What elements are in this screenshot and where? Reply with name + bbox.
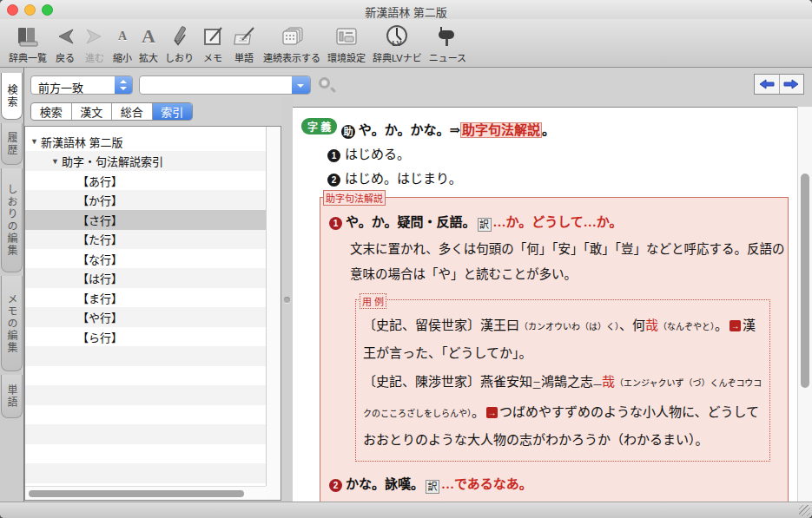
example-source: 〔史記、留侯世家〕漢王曰 [363,318,519,332]
index-list: ▼ 新漢語林 第二版 ▼ 助字・句法解説索引 【あ行】 【か行】 【さ行】 【た… [24,126,281,501]
toolbar-forward-button[interactable]: 進む [82,23,108,64]
sense-number-icon: 2 [327,174,340,187]
sense-item: 2はじめ。はじまり。 [327,168,462,187]
left-arrow-icon [759,79,775,89]
example-source: 〔史記、陳渉世家〕燕雀安知 [363,375,532,389]
tab-sogo[interactable]: 総合 [111,103,152,120]
toolbar-back-button[interactable]: 戻る [52,23,78,64]
toolbar-label: 戻る [56,50,75,64]
translation-arrow-icon: → [729,320,741,331]
toolbar-enlarge-button[interactable]: A 拡大 [137,23,160,64]
tree-row[interactable]: 【か行】 [25,191,266,211]
search-icon[interactable] [318,76,336,95]
example-red-char: 哉 [602,375,615,389]
toolbar: 辞典一覧 戻る 進む A 縮小 A 拡大 しおり [0,19,812,68]
kaeriten-mark: 二 [532,381,541,390]
news-mailbox-icon [435,23,459,50]
tree-row-label: 【や行】 [77,309,122,325]
toolbar-memo-button[interactable]: メモ [199,23,227,64]
toolbar-label: 拡大 [139,50,158,64]
toolbar-word-button[interactable]: 単語 [230,23,258,64]
scrollbar-thumb[interactable] [29,490,244,497]
list-horizontal-scrollbar[interactable] [25,486,266,500]
tree-row-label: 【は行】 [77,270,122,286]
popup-stepper-icon [115,76,132,94]
example-text: 。 [472,405,485,419]
tree-row[interactable]: ▼ 新漢語林 第二版 [25,132,266,152]
example-text: 。 [715,318,728,332]
disclosure-triangle-icon[interactable]: ▼ [51,157,59,166]
content-vertical-scrollbar[interactable] [797,107,812,502]
example-reading: （カンオウいわ（は）く） [519,322,619,331]
kaisetsu-box-label: 助字句法解説 [323,190,386,206]
toolbar-shrink-button[interactable]: A 縮小 [111,23,134,64]
side-tab-search[interactable]: 検索 [1,73,23,120]
tree-row[interactable]: 【ら行】 [25,327,266,347]
side-tab-label: 単語 [4,384,19,409]
tree-row-label: 【た行】 [77,231,122,247]
tree-row-label: 新漢語林 第二版 [41,134,123,150]
side-tab-label: メモの編集 [4,293,19,354]
tree-row-selected[interactable]: 【さ行】 [25,210,266,230]
toolbar-news-button[interactable]: ニュース [427,23,468,64]
toolbar-label: 単語 [234,50,254,64]
next-entry-button[interactable] [779,75,804,94]
toolbar-preferences-button[interactable]: 環境設定 [326,23,367,64]
tree-row-label: 【ま行】 [77,290,122,306]
svg-text:LV: LV [393,39,402,48]
panel-splitter[interactable] [281,97,293,502]
section-head: 1や。か。疑問・反語。訳…か。どうして…か。 [329,212,779,232]
jo-circle-badge: 助 [341,125,355,139]
side-tab-memo-edit[interactable]: メモの編集 [1,276,23,371]
tab-kanbun[interactable]: 漢文 [71,103,112,120]
section-body: 文末に置かれ、多くは句頭の「何」「安」「敢」「豈」などと呼応する。反語の意味の場… [350,237,786,287]
word-pen-icon [232,23,256,50]
tree-row-label: 【か行】 [77,192,122,208]
toolbar-dictionary-list-button[interactable]: 辞典一覧 [7,23,49,64]
toolbar-continuous-view-button[interactable]: 連続表示する [261,23,322,64]
tree-row[interactable]: 【た行】 [25,230,266,250]
window-title: 新漢語林 第二版 [0,3,812,20]
scrollbar-thumb[interactable] [801,174,809,388]
bookmark-pen-icon [168,23,192,50]
forward-arrow-icon [83,23,106,50]
head-tail: 。 [542,123,555,137]
tab-sakuin[interactable]: 索引 [152,103,193,120]
tree-row[interactable]: 【あ行】 [25,171,266,191]
splitter-handle-icon[interactable] [284,297,290,303]
disclosure-triangle-icon[interactable]: ▼ [30,137,38,146]
combo-dropdown-icon[interactable] [292,76,310,94]
side-tab-bookmark-edit[interactable]: しおりの編集 [1,168,23,272]
yaku-text: …か。どうして…か。 [493,215,623,229]
tree-row[interactable]: 【や行】 [25,308,266,328]
lv-navi-gauge-icon: LV [384,23,410,50]
tree-row[interactable]: 【ま行】 [25,288,266,308]
side-tab-label: 履歴 [4,132,19,156]
section-number-icon: 2 [329,479,342,492]
search-input[interactable] [143,77,289,93]
side-tab-label: 検索 [4,84,19,108]
example-reading: （なんぞやと） [658,322,715,331]
memo-pad-icon [201,23,225,50]
list-vertical-scrollbar[interactable] [266,127,281,486]
tree-row[interactable]: 【は行】 [25,269,266,289]
toolbar-bookmark-button[interactable]: しおり [163,23,195,64]
side-tab-history[interactable]: 履歴 [1,123,23,165]
match-mode-popup[interactable]: 前方一致 [30,75,133,95]
preferences-icon [333,23,360,50]
tree-rows: ▼ 新漢語林 第二版 ▼ 助字・句法解説索引 【あ行】 【か行】 【さ行】 【た… [25,132,266,486]
search-combo[interactable] [139,75,311,95]
resize-grip[interactable] [799,505,810,516]
panel-tabs: 検索 漢文 総合 索引 [30,102,193,121]
example-text: 鴻鵠之志 [541,375,593,389]
tree-row[interactable]: 【な行】 [25,249,266,269]
previous-entry-button[interactable] [755,75,779,94]
toolbar-lv-navi-button[interactable]: LV 辞典LVナビ [371,23,424,64]
tree-row[interactable]: ▼ 助字・句法解説索引 [25,152,266,172]
tab-label: 検索 [40,103,63,120]
tree-row-label: 助字・句法解説索引 [62,153,163,169]
kaisetsu-link[interactable]: 助字句法解説 [460,122,542,138]
side-tab-word[interactable]: 単語 [1,375,23,418]
tab-kensaku[interactable]: 検索 [31,103,71,120]
bottom-bar [0,502,812,518]
